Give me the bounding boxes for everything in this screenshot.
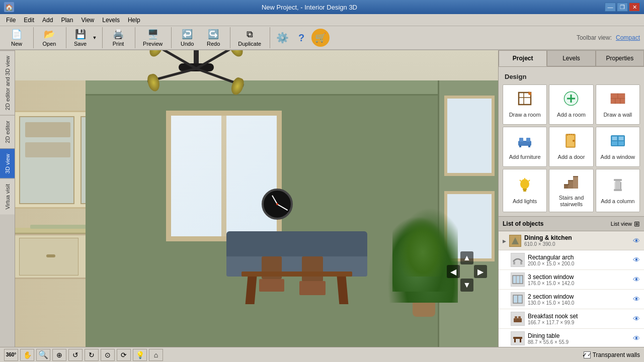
help-button[interactable]: ?	[292, 29, 310, 47]
item-visibility-2window[interactable]: 👁	[633, 295, 640, 303]
item-visibility-dining-table[interactable]: 👁	[633, 334, 640, 342]
obj-item-2section-window[interactable]: 2 section window 130.0 × 15.0 × 140.0 👁	[499, 290, 644, 309]
menu-add[interactable]: Add	[38, 16, 57, 25]
item-visibility-3window[interactable]: 👁	[633, 276, 640, 284]
objects-list[interactable]: ▸ Dining & kitchen 610.0 × 390.0 👁 Recta…	[499, 231, 644, 347]
preview-button[interactable]: 🖥️ Preview	[138, 27, 167, 48]
obj-group-dining-kitchen[interactable]: ▸ Dining & kitchen 610.0 × 390.0 👁	[499, 231, 644, 250]
tab-levels[interactable]: Levels	[547, 50, 595, 66]
menu-levels[interactable]: Levels	[98, 16, 124, 25]
menu-view[interactable]: View	[77, 16, 98, 25]
table-leg-1	[246, 277, 257, 304]
svg-rect-30	[523, 190, 526, 192]
obj-item-rectangular-arch[interactable]: Rectangular arch 200.0 × 15.0 × 200.0 👁	[499, 250, 644, 270]
nav-down-button[interactable]: ▼	[460, 279, 473, 292]
draw-room-button[interactable]: Draw a room	[503, 84, 547, 125]
add-lights-button[interactable]: Add lights	[503, 169, 547, 212]
compact-view-link[interactable]: Compact	[616, 34, 640, 41]
360-view-button[interactable]: 360°	[4, 349, 18, 361]
tab-project[interactable]: Project	[499, 50, 547, 66]
plant-leaves-3	[397, 216, 448, 277]
tab-virtual-visit[interactable]: Virtua visit	[0, 178, 15, 215]
tab-properties[interactable]: Properties	[596, 50, 644, 66]
home-button[interactable]: ⌂	[149, 349, 163, 361]
add-room-button[interactable]: Add a room	[549, 84, 593, 125]
save-button[interactable]: 💾 Save	[69, 27, 91, 48]
nav-right-button[interactable]: ▶	[474, 265, 487, 278]
titlebar-icon: 🏠	[4, 2, 14, 12]
tab-2d-editor[interactable]: 2D editor	[0, 115, 15, 148]
stairs-button[interactable]: Stairs and stairwells	[549, 169, 593, 212]
add-window-button[interactable]: Add a window	[596, 127, 640, 167]
add-furniture-button[interactable]: Add furniture	[503, 127, 547, 167]
open-button[interactable]: 📂 Open	[37, 27, 62, 48]
shop-button[interactable]: 🛒	[311, 29, 330, 47]
group-visibility-icon[interactable]: 👁	[633, 237, 640, 245]
nav-up-button[interactable]: ▲	[460, 251, 473, 264]
item-thumbnail-breakfast	[511, 312, 525, 326]
orbit-button[interactable]: ⊙	[101, 349, 115, 361]
print-button[interactable]: 🖨️ Print	[106, 27, 131, 48]
menu-help[interactable]: Help	[124, 16, 144, 25]
draw-wall-button[interactable]: Draw a wall	[596, 84, 640, 125]
add-lights-label: Add lights	[513, 198, 537, 205]
add-door-button[interactable]: Add a door	[549, 127, 593, 167]
svg-rect-10	[611, 94, 618, 99]
minimize-button[interactable]: —	[605, 3, 616, 12]
chandelier-rod	[194, 50, 199, 64]
group-name: Dining & kitchen	[524, 234, 630, 241]
help-icon: ?	[298, 32, 304, 44]
nav-left-button[interactable]: ◀	[447, 265, 460, 278]
stairs-icon	[563, 173, 579, 192]
transparent-walls-checkbox[interactable]: ✓	[584, 351, 591, 358]
draw-room-icon	[517, 90, 533, 109]
zoom-in-button[interactable]: ⊕	[52, 349, 66, 361]
light-button[interactable]: 💡	[133, 349, 147, 361]
toolbar-right: Toolbar view: Compact	[577, 34, 640, 41]
stairs-label: Stairs and stairwells	[551, 195, 591, 208]
add-column-icon	[610, 177, 626, 195]
save-dropdown-arrow[interactable]: ▼	[91, 27, 98, 48]
settings-button[interactable]: ⚙️	[273, 29, 291, 47]
menu-plan[interactable]: Plan	[57, 16, 77, 25]
menu-edit[interactable]: Edit	[20, 16, 38, 25]
svg-rect-44	[614, 189, 622, 191]
new-button[interactable]: 📄 New	[4, 27, 29, 48]
cabinet-contents-2	[25, 142, 70, 157]
undo-button[interactable]: ↩️ Undo	[175, 27, 200, 48]
svg-rect-18	[519, 145, 521, 147]
right-window-1	[444, 96, 495, 176]
list-view-button[interactable]: List view ⊞	[611, 220, 640, 228]
add-column-button[interactable]: Add a column	[596, 169, 640, 212]
nav-arrows: ▲ ▼ ◀ ▶	[447, 251, 487, 292]
close-button[interactable]: ✕	[629, 3, 640, 12]
rotate-ccw-button[interactable]: ↺	[68, 349, 83, 361]
menu-file[interactable]: File	[2, 16, 20, 25]
spin-button[interactable]: ⟳	[117, 349, 131, 361]
restore-button[interactable]: ❐	[617, 3, 628, 12]
obj-item-3section-window[interactable]: 3 section window 176.0 × 15.0 × 142.0 👁	[499, 270, 644, 290]
svg-rect-57	[518, 296, 522, 303]
svg-rect-29	[523, 189, 527, 190]
obj-item-dining-table[interactable]: Dining table 88.7 × 55.6 × 55.9 👁	[499, 329, 644, 347]
item-visibility-arch[interactable]: 👁	[633, 256, 640, 264]
duplicate-button[interactable]: ⧉ Duplicate	[233, 27, 266, 48]
objects-header: List of objects List view ⊞	[499, 216, 644, 231]
svg-rect-27	[619, 137, 623, 140]
bulb-3	[147, 50, 166, 59]
svg-rect-59	[515, 316, 517, 319]
tab-3d-view[interactable]: 3D view	[0, 148, 15, 178]
handle-left	[46, 254, 55, 257]
rotate-cw-button[interactable]: ↻	[85, 349, 99, 361]
preview-icon: 🖥️	[147, 29, 158, 40]
obj-item-breakfast-nook[interactable]: Breakfast nook set 166.7 × 117.7 × 99.9 …	[499, 309, 644, 329]
item-visibility-breakfast[interactable]: 👁	[633, 315, 640, 323]
titlebar-controls: — ❐ ✕	[605, 3, 640, 12]
redo-button[interactable]: ↪️ Redo	[201, 27, 226, 48]
pan-button[interactable]: ✋	[20, 349, 34, 361]
svg-point-28	[520, 179, 529, 189]
item-thumbnail-dining-table	[511, 331, 525, 345]
zoom-out-button[interactable]: 🔍	[36, 349, 50, 361]
viewport[interactable]: ▲ ▼ ◀ ▶	[15, 50, 498, 347]
tab-2d-3d-view[interactable]: 2D editor and 3D view	[0, 50, 15, 115]
